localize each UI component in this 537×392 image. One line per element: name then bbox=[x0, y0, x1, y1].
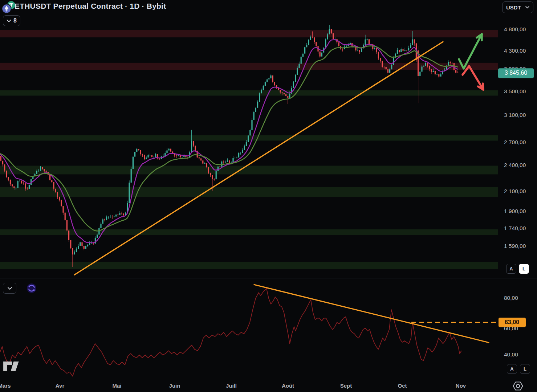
support-zone bbox=[0, 166, 498, 175]
rsi-line bbox=[0, 289, 461, 376]
chevron-down-icon bbox=[525, 6, 529, 9]
rsi-tick-label: 80,00 bbox=[504, 295, 518, 301]
price-tick-label: 2 400,00 bbox=[504, 162, 526, 168]
currency-label: USDT bbox=[506, 4, 521, 11]
price-tick-label: 1 900,00 bbox=[504, 208, 526, 214]
price-tick-label: 1 590,00 bbox=[504, 243, 526, 249]
auto-scale-label: A bbox=[510, 366, 513, 372]
support-zone bbox=[0, 187, 498, 197]
price-axis[interactable]: 4 800,004 300,003 500,003 100,002 700,00… bbox=[498, 26, 534, 358]
symbol-title: ETHUSDT Perpetual Contract · 1D · Bybit bbox=[15, 2, 166, 11]
auto-scale-button-indicator[interactable]: A bbox=[507, 364, 517, 374]
month-label: Sept bbox=[340, 383, 352, 389]
log-scale-label: L bbox=[524, 366, 526, 372]
support-zone bbox=[0, 135, 498, 141]
log-scale-button-indicator[interactable]: L bbox=[520, 364, 530, 374]
rsi-panel bbox=[0, 285, 498, 376]
support-zone bbox=[0, 90, 498, 96]
indicator-count: 8 bbox=[13, 17, 17, 24]
month-label: Juin bbox=[169, 383, 180, 389]
ascending-trendline[interactable] bbox=[74, 42, 443, 275]
log-scale-label: L bbox=[522, 266, 525, 271]
month-label: Oct bbox=[398, 383, 407, 389]
log-scale-button-main[interactable]: L bbox=[519, 264, 529, 274]
time-axis[interactable]: MarsAvrMaiJuinJuillAoûtSeptOctNov bbox=[0, 383, 466, 389]
current-price-value: 3 845,60 bbox=[505, 70, 527, 76]
price-tick-label: 4 300,00 bbox=[504, 48, 526, 54]
price-tick-label: 2 100,00 bbox=[504, 188, 526, 194]
currency-selector[interactable]: USDT bbox=[502, 1, 533, 13]
rsi-tick-label: 40,00 bbox=[504, 351, 518, 358]
auto-scale-button-main[interactable]: A bbox=[506, 264, 516, 274]
trading-chart-window: { "colors": { "background": "#07080a", "… bbox=[0, 0, 537, 392]
axis-settings-icon[interactable] bbox=[512, 380, 524, 392]
auto-scale-label: A bbox=[509, 266, 513, 271]
indicator-list-toggle[interactable]: 8 bbox=[3, 15, 20, 26]
main-chart-canvas[interactable]: 4 800,004 300,003 500,003 100,002 700,00… bbox=[0, 0, 537, 392]
rsi-level-value: 63,00 bbox=[505, 319, 519, 325]
price-tick-label: 1 740,00 bbox=[504, 225, 526, 231]
chevron-down-icon bbox=[7, 287, 12, 290]
month-label: Nov bbox=[456, 383, 466, 389]
month-label: Juill bbox=[226, 383, 237, 389]
rsi-descending-trendline[interactable] bbox=[254, 285, 489, 343]
month-label: Mars bbox=[0, 383, 11, 389]
page-title: ETHUSDT Perpetual Contract · 1D · Bybit bbox=[15, 2, 166, 11]
price-tick-label: 3 100,00 bbox=[504, 112, 526, 118]
tradingview-logo[interactable] bbox=[3, 360, 20, 372]
price-tick-label: 2 700,00 bbox=[504, 139, 526, 145]
price-tick-label: 4 800,00 bbox=[504, 26, 526, 32]
support-zone bbox=[0, 262, 498, 269]
refresh-icon[interactable] bbox=[27, 283, 37, 293]
ethereum-icon bbox=[2, 4, 11, 13]
month-label: Mai bbox=[112, 383, 121, 389]
ma-fast-line bbox=[0, 40, 458, 243]
chevron-down-icon bbox=[7, 19, 11, 23]
indicator-panel-collapse[interactable] bbox=[3, 283, 16, 294]
month-label: Avr bbox=[56, 383, 65, 389]
month-label: Août bbox=[282, 383, 294, 389]
resistance-zone bbox=[0, 30, 498, 37]
price-tick-label: 3 500,00 bbox=[504, 88, 526, 94]
